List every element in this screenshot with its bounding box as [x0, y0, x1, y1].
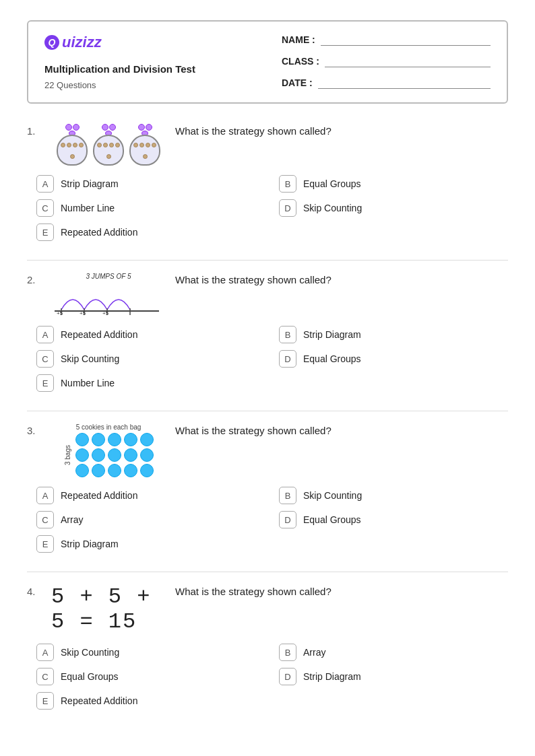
answer-4-B[interactable]: B Array — [279, 644, 508, 661]
question-4-answers: A Skip Counting B Array C Equal Groups D… — [36, 644, 508, 710]
answer-text-2E: Number Line — [61, 378, 115, 388]
ribbon-left-2 — [102, 124, 108, 131]
bag-2-ribbon — [101, 124, 116, 131]
answer-text-2B: Strip Diagram — [303, 329, 361, 340]
bag-2-body — [93, 135, 124, 166]
page: Q uizizz Multiplication and Division Tes… — [0, 0, 535, 749]
cookie — [73, 143, 77, 147]
answer-letter-D: D — [279, 350, 296, 368]
question-4-image: 5 + 5 + 5 = 15 — [51, 584, 166, 634]
dot — [75, 433, 89, 446]
bag-1 — [57, 124, 88, 166]
dot — [108, 464, 121, 477]
test-title: Multiplication and Division Test — [44, 63, 195, 75]
question-1-header: 1. — [27, 124, 508, 166]
question-4-text: What is the strategy shown called? — [175, 584, 508, 597]
dot — [108, 433, 121, 446]
answer-letter-A: A — [36, 644, 54, 661]
answer-4-C[interactable]: C Equal Groups — [36, 668, 265, 685]
answer-text-3B: Skip Counting — [303, 490, 362, 501]
cookie — [97, 143, 102, 147]
answer-text-1E: Repeated Addition — [61, 227, 137, 238]
class-field-row: CLASS : — [282, 55, 491, 67]
question-3-num: 3. — [27, 423, 42, 436]
answer-letter-A: A — [36, 326, 54, 343]
answer-letter-A: A — [36, 175, 54, 193]
answer-2-B[interactable]: B Strip Diagram — [279, 326, 508, 343]
answer-3-C[interactable]: C Array — [36, 511, 265, 528]
answer-3-A[interactable]: A Repeated Addition — [36, 487, 265, 504]
name-label: NAME : — [282, 34, 315, 45]
test-questions: 22 Questions — [44, 80, 195, 90]
answer-text-2C: Skip Counting — [61, 353, 119, 364]
answer-4-D[interactable]: D Strip Diagram — [279, 668, 508, 685]
bag-3-body — [129, 135, 160, 166]
answer-2-D[interactable]: D Equal Groups — [279, 350, 508, 368]
date-field-row: DATE : — [282, 77, 491, 89]
class-label: CLASS : — [282, 56, 319, 67]
cookie — [67, 143, 71, 147]
ribbon-left-1 — [65, 124, 72, 131]
cookie — [106, 154, 111, 159]
answer-letter-C: C — [36, 350, 54, 368]
math-expression: 5 + 5 + 5 = 15 — [51, 584, 166, 634]
name-field-row: NAME : — [282, 34, 491, 46]
cookie — [115, 143, 120, 147]
dot — [92, 433, 105, 446]
array-row-1 — [75, 433, 154, 446]
array-dots — [75, 433, 154, 477]
answer-1-B[interactable]: B Equal Groups — [279, 175, 508, 193]
answer-4-E[interactable]: E Repeated Addition — [36, 692, 508, 710]
bag-2 — [93, 124, 124, 166]
answer-1-A[interactable]: A Strip Diagram — [36, 175, 265, 193]
cookie — [143, 154, 148, 159]
question-1-answers: A Strip Diagram B Equal Groups C Number … — [36, 175, 508, 241]
question-2-answers: A Repeated Addition B Strip Diagram C Sk… — [36, 326, 508, 392]
question-1-num: 1. — [27, 124, 42, 137]
dot — [108, 448, 121, 462]
question-1-image — [51, 124, 166, 166]
date-label: DATE : — [282, 77, 313, 88]
cookie — [79, 143, 84, 147]
answer-1-C[interactable]: C Number Line — [36, 199, 265, 217]
answer-3-E[interactable]: E Strip Diagram — [36, 535, 508, 553]
dot — [140, 464, 154, 477]
header-left: Q uizizz Multiplication and Division Tes… — [44, 34, 195, 90]
answer-2-A[interactable]: A Repeated Addition — [36, 326, 265, 343]
question-3-header: 3. 5 cookies in each bag 3 bags — [27, 423, 508, 477]
answer-2-E[interactable]: E Number Line — [36, 374, 508, 392]
divider-3 — [27, 572, 508, 572]
number-line-illustration: 3 JUMPS OF 5 +5 +5 — [55, 273, 162, 316]
answer-1-E[interactable]: E Repeated Addition — [36, 224, 508, 241]
answer-letter-D: D — [279, 511, 296, 528]
question-3-image: 5 cookies in each bag 3 bags — [51, 423, 166, 477]
answer-text-4A: Skip Counting — [61, 647, 119, 658]
answer-4-A[interactable]: A Skip Counting — [36, 644, 265, 661]
name-line — [321, 34, 491, 46]
question-2-image: 3 JUMPS OF 5 +5 +5 — [51, 273, 166, 316]
nl-label: 3 JUMPS OF 5 — [86, 273, 131, 280]
bag-1-ribbon — [65, 124, 80, 131]
answer-text-1A: Strip Diagram — [61, 178, 119, 189]
array-illustration: 5 cookies in each bag 3 bags — [64, 423, 154, 477]
date-line — [318, 77, 491, 89]
cookie — [146, 143, 150, 147]
answer-1-D[interactable]: D Skip Counting — [279, 199, 508, 217]
cookie — [152, 143, 156, 147]
question-2-header: 2. 3 JUMPS OF 5 — [27, 273, 508, 316]
question-3: 3. 5 cookies in each bag 3 bags — [27, 423, 508, 553]
answer-3-D[interactable]: D Equal Groups — [279, 511, 508, 528]
answer-letter-D: D — [279, 199, 296, 217]
cookie — [61, 143, 65, 147]
answer-text-3D: Equal Groups — [303, 514, 361, 525]
question-1-text: What is the strategy shown called? — [175, 124, 508, 137]
answer-letter-C: C — [36, 511, 54, 528]
answer-letter-C: C — [36, 668, 54, 685]
dot — [92, 448, 105, 462]
header-box: Q uizizz Multiplication and Division Tes… — [27, 20, 508, 104]
answer-2-C[interactable]: C Skip Counting — [36, 350, 265, 368]
answer-text-1D: Skip Counting — [303, 203, 362, 213]
ribbon-right-2 — [109, 124, 116, 131]
cookie — [139, 143, 144, 147]
answer-3-B[interactable]: B Skip Counting — [279, 487, 508, 504]
